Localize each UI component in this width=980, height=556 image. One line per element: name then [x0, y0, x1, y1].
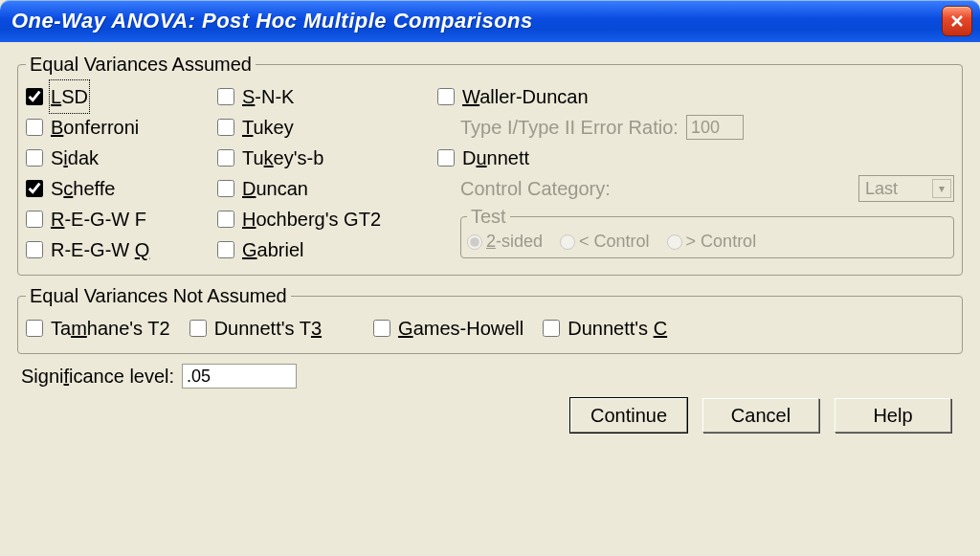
group-test-legend: Test	[467, 206, 510, 228]
checkbox-tamhane-label: Tamhane's T2	[51, 313, 170, 344]
checkbox-waller-duncan[interactable]: Waller-Duncan	[437, 81, 954, 112]
checkbox-dunnett-label: Dunnett	[462, 143, 529, 173]
close-button[interactable]	[942, 6, 972, 36]
checkbox-regwq[interactable]: R-E-G-W Q	[26, 234, 217, 265]
group-test: Test 2-sided < Control > Control	[460, 206, 954, 258]
checkbox-bonferroni-input[interactable]	[26, 119, 43, 136]
checkbox-regwq-input[interactable]	[26, 241, 43, 258]
checkbox-bonferroni-label: Bonferroni	[51, 112, 139, 143]
checkbox-regwf-input[interactable]	[26, 211, 43, 228]
checkbox-gabriel-label: Gabriel	[242, 234, 303, 265]
checkbox-sidak[interactable]: Sidak	[26, 143, 217, 173]
significance-input[interactable]	[182, 364, 297, 389]
checkbox-tamhane-input[interactable]	[26, 320, 43, 337]
checkbox-dunnett-c[interactable]: Dunnett's C	[543, 313, 667, 344]
close-icon	[949, 13, 965, 29]
checkbox-tukey[interactable]: Tukey	[217, 112, 437, 143]
error-ratio-row: Type I/Type II Error Ratio:	[460, 112, 954, 143]
checkbox-regwf[interactable]: R-E-G-W F	[26, 204, 217, 234]
error-ratio-input	[686, 115, 744, 140]
chevron-down-icon: ▾	[932, 179, 951, 198]
checkbox-tamhane[interactable]: Tamhane's T2	[26, 313, 170, 344]
control-category-row: Control Category: Last ▾	[460, 173, 954, 204]
group-not-equal-variances: Equal Variances Not Assumed Tamhane's T2…	[17, 285, 963, 354]
client-area: Equal Variances Assumed LSD Bonferroni S…	[0, 42, 980, 446]
radio-gt-control-input	[667, 234, 682, 250]
checkbox-dunnett-t3[interactable]: Dunnett's T3	[189, 313, 322, 344]
checkbox-tukeysb[interactable]: Tukey's-b	[217, 143, 437, 173]
checkbox-dunnett[interactable]: Dunnett	[437, 143, 954, 173]
error-ratio-label: Type I/Type II Error Ratio:	[460, 117, 679, 139]
checkbox-scheffe[interactable]: Scheffe	[26, 173, 217, 204]
control-category-select: Last ▾	[858, 175, 954, 202]
checkbox-regwq-label: R-E-G-W Q	[51, 234, 149, 265]
checkbox-games-howell-label: Games-Howell	[398, 313, 523, 344]
checkbox-dunnett-t3-label: Dunnett's T3	[214, 313, 322, 344]
group-equal-variances: Equal Variances Assumed LSD Bonferroni S…	[17, 54, 963, 276]
radio-2sided: 2-sided	[467, 232, 543, 252]
checkbox-gabriel-input[interactable]	[217, 241, 234, 258]
checkbox-dunnett-c-input[interactable]	[543, 320, 560, 337]
checkbox-tukey-label: Tukey	[242, 112, 294, 143]
radio-lt-control: < Control	[560, 232, 650, 252]
significance-row: Significance level:	[21, 364, 963, 389]
checkbox-sidak-label: Sidak	[51, 143, 99, 173]
group-equal-variances-legend: Equal Variances Assumed	[26, 54, 256, 76]
control-category-value: Last	[865, 179, 898, 199]
window-title: One-Way ANOVA: Post Hoc Multiple Compari…	[11, 9, 533, 33]
checkbox-games-howell[interactable]: Games-Howell	[373, 313, 523, 344]
checkbox-scheffe-input[interactable]	[26, 180, 43, 197]
radio-lt-control-label: < Control	[579, 232, 650, 252]
radio-gt-control-label: > Control	[686, 232, 757, 252]
checkbox-bonferroni[interactable]: Bonferroni	[26, 112, 217, 143]
checkbox-dunnett-input[interactable]	[437, 149, 455, 167]
checkbox-snk-label: S-N-K	[242, 81, 294, 112]
checkbox-tukeysb-label: Tukey's-b	[242, 143, 323, 173]
checkbox-games-howell-input[interactable]	[373, 320, 390, 337]
radio-2sided-input	[467, 234, 482, 250]
checkbox-duncan-label: Duncan	[242, 173, 308, 204]
checkbox-scheffe-label: Scheffe	[51, 173, 115, 204]
checkbox-lsd[interactable]: LSD	[26, 81, 217, 112]
title-bar: One-Way ANOVA: Post Hoc Multiple Compari…	[0, 0, 980, 42]
radio-gt-control: > Control	[667, 232, 757, 252]
continue-button[interactable]: Continue	[570, 398, 687, 433]
checkbox-duncan-input[interactable]	[217, 180, 234, 197]
help-button[interactable]: Help	[835, 398, 951, 433]
checkbox-lsd-input[interactable]	[26, 88, 43, 105]
checkbox-duncan[interactable]: Duncan	[217, 173, 437, 204]
checkbox-snk[interactable]: S-N-K	[217, 81, 437, 112]
checkbox-sidak-input[interactable]	[26, 149, 43, 167]
checkbox-waller-duncan-label: Waller-Duncan	[462, 81, 589, 112]
group-not-equal-variances-legend: Equal Variances Not Assumed	[26, 285, 291, 307]
checkbox-lsd-label: LSD	[51, 81, 88, 112]
checkbox-regwf-label: R-E-G-W F	[51, 204, 146, 234]
checkbox-tukeysb-input[interactable]	[217, 149, 234, 167]
checkbox-snk-input[interactable]	[217, 88, 234, 105]
significance-label: Significance level:	[21, 366, 174, 388]
radio-lt-control-input	[560, 234, 575, 250]
checkbox-tukey-input[interactable]	[217, 119, 234, 136]
checkbox-waller-duncan-input[interactable]	[437, 88, 455, 105]
cancel-button[interactable]: Cancel	[702, 398, 819, 433]
radio-2sided-label: 2-sided	[486, 232, 543, 252]
checkbox-dunnett-t3-input[interactable]	[189, 320, 207, 337]
checkbox-dunnett-c-label: Dunnett's C	[568, 313, 667, 344]
checkbox-hochberg[interactable]: Hochberg's GT2	[217, 204, 437, 234]
checkbox-gabriel[interactable]: Gabriel	[217, 234, 437, 265]
control-category-label: Control Category:	[460, 178, 611, 200]
checkbox-hochberg-label: Hochberg's GT2	[242, 204, 381, 234]
button-row: Continue Cancel Help	[17, 398, 963, 433]
checkbox-hochberg-input[interactable]	[217, 211, 234, 228]
